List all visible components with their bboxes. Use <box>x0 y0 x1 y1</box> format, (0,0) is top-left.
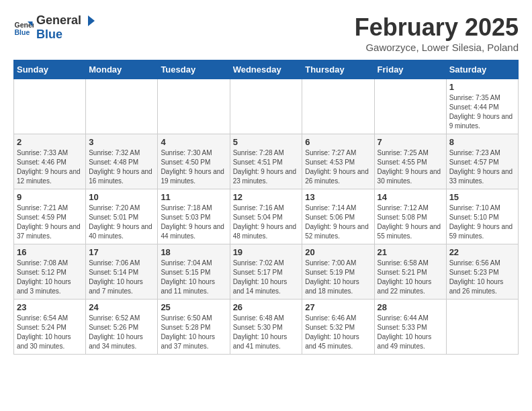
calendar-cell <box>446 300 518 355</box>
logo-arrow-icon <box>83 14 96 28</box>
calendar-cell: 17Sunrise: 7:06 AM Sunset: 5:14 PM Dayli… <box>86 244 158 300</box>
day-number: 11 <box>161 192 226 202</box>
calendar-cell: 14Sunrise: 7:12 AM Sunset: 5:08 PM Dayli… <box>374 189 446 244</box>
day-number: 18 <box>161 247 226 257</box>
calendar-cell: 16Sunrise: 7:08 AM Sunset: 5:12 PM Dayli… <box>14 244 86 300</box>
calendar-cell: 13Sunrise: 7:14 AM Sunset: 5:06 PM Dayli… <box>302 189 374 244</box>
day-number: 17 <box>89 247 154 257</box>
day-detail: Sunrise: 7:32 AM Sunset: 4:48 PM Dayligh… <box>89 148 154 186</box>
day-number: 21 <box>378 247 443 257</box>
title-section: February 2025 Gaworzyce, Lower Silesia, … <box>355 13 519 53</box>
weekday-header: Saturday <box>446 60 518 79</box>
calendar-cell <box>86 79 158 134</box>
calendar-week-row: 1Sunrise: 7:35 AM Sunset: 4:44 PM Daylig… <box>14 79 519 134</box>
day-detail: Sunrise: 7:21 AM Sunset: 4:59 PM Dayligh… <box>17 203 83 241</box>
day-number: 27 <box>305 302 371 312</box>
weekday-header: Sunday <box>14 60 86 79</box>
calendar-cell: 24Sunrise: 6:52 AM Sunset: 5:26 PM Dayli… <box>86 300 158 355</box>
logo-general-text: General <box>36 13 81 28</box>
calendar-cell: 5Sunrise: 7:28 AM Sunset: 4:51 PM Daylig… <box>230 134 302 189</box>
calendar-cell: 10Sunrise: 7:20 AM Sunset: 5:01 PM Dayli… <box>86 189 158 244</box>
calendar-cell: 20Sunrise: 7:00 AM Sunset: 5:19 PM Dayli… <box>302 244 374 300</box>
day-number: 16 <box>17 247 83 257</box>
calendar-cell: 27Sunrise: 6:46 AM Sunset: 5:32 PM Dayli… <box>302 300 374 355</box>
calendar-cell: 19Sunrise: 7:02 AM Sunset: 5:17 PM Dayli… <box>230 244 302 300</box>
day-number: 20 <box>305 247 371 257</box>
svg-text:Blue: Blue <box>15 28 30 36</box>
calendar-cell <box>14 79 86 134</box>
day-detail: Sunrise: 6:44 AM Sunset: 5:33 PM Dayligh… <box>378 314 443 351</box>
day-detail: Sunrise: 7:25 AM Sunset: 4:55 PM Dayligh… <box>378 148 443 186</box>
day-detail: Sunrise: 7:27 AM Sunset: 4:53 PM Dayligh… <box>305 148 371 186</box>
day-detail: Sunrise: 7:18 AM Sunset: 5:03 PM Dayligh… <box>161 203 226 241</box>
calendar-cell <box>230 79 302 134</box>
day-detail: Sunrise: 7:04 AM Sunset: 5:15 PM Dayligh… <box>161 259 226 296</box>
day-number: 1 <box>449 82 515 92</box>
day-number: 6 <box>305 137 371 147</box>
logo-blue-text: Blue <box>36 28 96 42</box>
calendar-cell: 12Sunrise: 7:16 AM Sunset: 5:04 PM Dayli… <box>230 189 302 244</box>
day-number: 5 <box>233 137 300 147</box>
day-number: 13 <box>305 192 371 202</box>
day-number: 14 <box>378 192 443 202</box>
weekday-header: Thursday <box>302 60 374 79</box>
day-number: 12 <box>233 192 300 202</box>
svg-marker-2 <box>88 15 95 26</box>
day-detail: Sunrise: 7:02 AM Sunset: 5:17 PM Dayligh… <box>233 259 300 296</box>
calendar-cell: 11Sunrise: 7:18 AM Sunset: 5:03 PM Dayli… <box>158 189 230 244</box>
day-number: 28 <box>378 302 443 312</box>
day-number: 9 <box>17 192 83 202</box>
calendar-cell <box>158 79 230 134</box>
page-header: General Blue General Blue February 2025 … <box>13 13 519 53</box>
day-detail: Sunrise: 7:06 AM Sunset: 5:14 PM Dayligh… <box>89 259 154 296</box>
calendar-cell <box>374 79 446 134</box>
day-detail: Sunrise: 7:30 AM Sunset: 4:50 PM Dayligh… <box>161 148 226 186</box>
day-number: 24 <box>89 302 154 312</box>
day-number: 8 <box>449 137 515 147</box>
day-detail: Sunrise: 6:54 AM Sunset: 5:24 PM Dayligh… <box>17 314 83 351</box>
calendar-cell: 22Sunrise: 6:56 AM Sunset: 5:23 PM Dayli… <box>446 244 518 300</box>
day-number: 22 <box>449 247 515 257</box>
day-number: 23 <box>17 302 83 312</box>
day-number: 26 <box>233 302 300 312</box>
weekday-header: Friday <box>374 60 446 79</box>
logo: General Blue General Blue <box>13 13 96 42</box>
day-detail: Sunrise: 7:23 AM Sunset: 4:57 PM Dayligh… <box>449 148 515 186</box>
day-detail: Sunrise: 7:12 AM Sunset: 5:08 PM Dayligh… <box>378 203 443 241</box>
calendar-cell: 6Sunrise: 7:27 AM Sunset: 4:53 PM Daylig… <box>302 134 374 189</box>
day-number: 7 <box>378 137 443 147</box>
calendar-cell: 1Sunrise: 7:35 AM Sunset: 4:44 PM Daylig… <box>446 79 518 134</box>
weekday-header: Monday <box>86 60 158 79</box>
day-detail: Sunrise: 6:58 AM Sunset: 5:21 PM Dayligh… <box>378 259 443 296</box>
calendar-week-row: 23Sunrise: 6:54 AM Sunset: 5:24 PM Dayli… <box>14 300 519 355</box>
calendar-cell: 18Sunrise: 7:04 AM Sunset: 5:15 PM Dayli… <box>158 244 230 300</box>
day-number: 19 <box>233 247 300 257</box>
day-detail: Sunrise: 6:46 AM Sunset: 5:32 PM Dayligh… <box>305 314 371 351</box>
day-detail: Sunrise: 7:08 AM Sunset: 5:12 PM Dayligh… <box>17 259 83 296</box>
day-detail: Sunrise: 7:35 AM Sunset: 4:44 PM Dayligh… <box>449 93 515 131</box>
calendar-cell: 25Sunrise: 6:50 AM Sunset: 5:28 PM Dayli… <box>158 300 230 355</box>
calendar-cell: 8Sunrise: 7:23 AM Sunset: 4:57 PM Daylig… <box>446 134 518 189</box>
calendar-cell: 23Sunrise: 6:54 AM Sunset: 5:24 PM Dayli… <box>14 300 86 355</box>
calendar-cell: 9Sunrise: 7:21 AM Sunset: 4:59 PM Daylig… <box>14 189 86 244</box>
day-detail: Sunrise: 7:28 AM Sunset: 4:51 PM Dayligh… <box>233 148 300 186</box>
calendar-week-row: 9Sunrise: 7:21 AM Sunset: 4:59 PM Daylig… <box>14 189 519 244</box>
calendar-cell: 7Sunrise: 7:25 AM Sunset: 4:55 PM Daylig… <box>374 134 446 189</box>
calendar-cell: 28Sunrise: 6:44 AM Sunset: 5:33 PM Dayli… <box>374 300 446 355</box>
weekday-header: Wednesday <box>230 60 302 79</box>
day-detail: Sunrise: 6:48 AM Sunset: 5:30 PM Dayligh… <box>233 314 300 351</box>
calendar-cell: 15Sunrise: 7:10 AM Sunset: 5:10 PM Dayli… <box>446 189 518 244</box>
calendar-week-row: 2Sunrise: 7:33 AM Sunset: 4:46 PM Daylig… <box>14 134 519 189</box>
month-title: February 2025 <box>355 13 519 42</box>
calendar-table: SundayMondayTuesdayWednesdayThursdayFrid… <box>13 60 519 355</box>
day-number: 3 <box>89 137 154 147</box>
weekday-header: Tuesday <box>158 60 230 79</box>
day-detail: Sunrise: 7:16 AM Sunset: 5:04 PM Dayligh… <box>233 203 300 241</box>
calendar-cell <box>302 79 374 134</box>
calendar-cell: 2Sunrise: 7:33 AM Sunset: 4:46 PM Daylig… <box>14 134 86 189</box>
day-detail: Sunrise: 7:20 AM Sunset: 5:01 PM Dayligh… <box>89 203 154 241</box>
logo-icon: General Blue <box>13 17 34 38</box>
day-detail: Sunrise: 7:10 AM Sunset: 5:10 PM Dayligh… <box>449 203 515 241</box>
day-number: 15 <box>449 192 515 202</box>
day-number: 4 <box>161 137 226 147</box>
